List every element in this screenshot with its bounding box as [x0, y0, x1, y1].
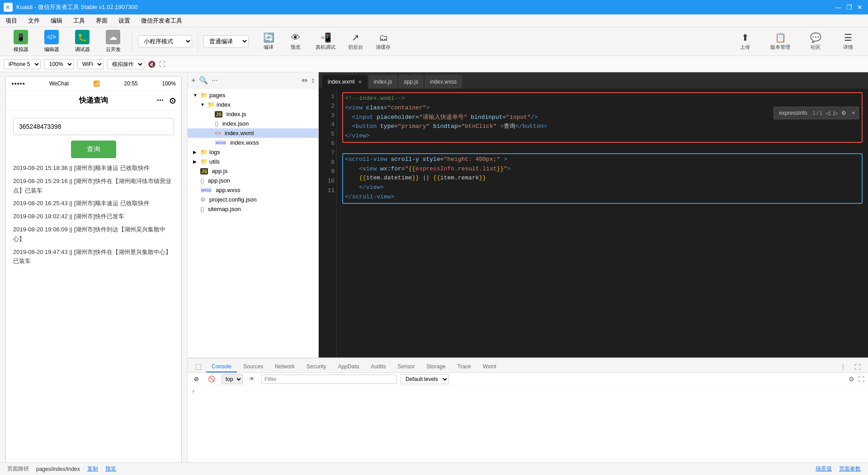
search-settings-icon[interactable]: ⚙ [841, 110, 846, 116]
tree-app-wxss[interactable]: wxss app.wxss [188, 185, 318, 195]
community-btn[interactable]: 💬 社区 [803, 30, 828, 52]
phone-tracking-input[interactable] [13, 118, 174, 135]
search-next-icon[interactable]: ▷ [834, 110, 838, 116]
search-close-icon[interactable]: × [852, 110, 855, 116]
result-item-4: 2019-08-20 19:06:09 || [湖州市]快件到达【湖州吴兴集散中… [13, 225, 174, 244]
code-line-8: <view wx:for="{{expressInfo.result.list}… [345, 165, 860, 174]
tab-index-wxml[interactable]: index.wxml × [322, 75, 368, 89]
devtools-expand-icon[interactable]: ⛶ [851, 362, 864, 372]
tree-index-folder[interactable]: ▼ 📁 index [188, 100, 318, 109]
tab-audits[interactable]: Audits [365, 362, 391, 372]
code-line-9: {{item.datetime}} || {{item.remark}} [345, 174, 860, 183]
cloud-btn[interactable]: ☁ 云开发 [99, 28, 127, 55]
compile-btn[interactable]: 🔄 编译 [256, 30, 281, 52]
clearstorage-btn[interactable]: 🗂 清缓存 [370, 31, 396, 52]
collapse-icon[interactable]: ↕ [311, 76, 315, 85]
tree-index-json[interactable]: {} index.json [188, 119, 318, 128]
menu-project[interactable]: 项目 [4, 16, 19, 26]
tab-wxml[interactable]: Wxml [477, 362, 502, 372]
device-select[interactable]: iPhone 5 [4, 59, 41, 69]
minimize-btn[interactable]: — [834, 3, 843, 12]
mode-select[interactable]: 小程序模式 [138, 35, 192, 47]
tree-app-js[interactable]: JS app.js [188, 166, 318, 176]
tab-appdata[interactable]: AppData [332, 362, 364, 372]
console-settings-icon[interactable]: ⚙ [849, 376, 854, 383]
version-btn[interactable]: 📋 版本管理 [765, 30, 796, 52]
tab-security[interactable]: Security [319, 362, 331, 372]
tree-index-wxss[interactable]: wxss index.wxss [188, 138, 318, 147]
editor-search-bar: expressInfo 1 / 1 ◁ ▷ ⚙ × [774, 107, 859, 119]
title-left: K Kuaidi - 微信开发者工具 Stable v1.02.1907300 [4, 3, 138, 12]
upload-btn[interactable]: ⬆ 上传 [732, 30, 758, 52]
more-icon[interactable]: ··· [157, 96, 164, 106]
phone-query-button[interactable]: 查询 [71, 141, 116, 158]
details-btn[interactable]: ☰ 详情 [835, 30, 861, 52]
mute-icon[interactable]: 🔇 [148, 61, 156, 68]
status-params-label[interactable]: 页面参数 [839, 465, 861, 473]
devtools-more-icon[interactable]: ⋮ [836, 362, 850, 372]
app-logo: K [4, 3, 13, 12]
search-files-icon[interactable]: 🔍 [199, 76, 208, 85]
tab-storage[interactable]: Storage [421, 362, 451, 372]
tab-sensor[interactable]: Sensor [392, 362, 420, 372]
tree-logs-folder[interactable]: ▶ 📁 logs [188, 147, 318, 157]
fullscreen-icon[interactable]: ⛶ [159, 61, 165, 68]
search-term-display[interactable]: expressInfo [778, 109, 809, 117]
menu-file[interactable]: 文件 [26, 16, 42, 26]
editor-btn[interactable]: </> 编辑器 [38, 28, 65, 55]
tab-index-wxss[interactable]: index.wxss [425, 75, 462, 89]
tree-utils-folder[interactable]: ▶ 📁 utils [188, 157, 318, 166]
console-dock-icon[interactable]: ⛶ [858, 376, 864, 383]
tab-trace[interactable]: Trace [452, 362, 476, 372]
menu-wechat-devtools[interactable]: 微信开发者工具 [139, 16, 184, 26]
network-select[interactable]: WiFi [77, 59, 104, 69]
realtest-btn[interactable]: 📲 真机调试 [310, 30, 341, 52]
code-line-1: <!--index.wxml--> [345, 94, 860, 103]
status-preview-btn[interactable]: 预览 [105, 465, 116, 473]
camera-icon[interactable]: ⊙ [169, 96, 176, 106]
more-options-icon[interactable]: ··· [212, 76, 217, 85]
preview-btn[interactable]: 👁 预览 [283, 31, 308, 52]
tree-index-wxml[interactable]: <> index.wxml [188, 128, 318, 138]
tree-sitemap-json[interactable]: {} sitemap.json [188, 204, 318, 214]
status-copy-btn[interactable]: 复制 [87, 465, 98, 473]
menu-edit[interactable]: 编辑 [49, 16, 64, 26]
compile-type-select[interactable]: 普通编译 [203, 35, 249, 47]
maximize-btn[interactable]: ❐ [844, 3, 854, 12]
toolbar-right: ⬆ 上传 📋 版本管理 💬 社区 ☰ 详情 [732, 30, 861, 52]
tab-app-js[interactable]: app.js [398, 75, 424, 89]
console-filter-input[interactable] [319, 375, 397, 384]
app-wxss-name: app.wxss [216, 187, 240, 193]
pages-folder-name: pages [209, 92, 225, 99]
tree-pages-folder[interactable]: ▼ 📁 pages [188, 90, 318, 100]
title-text: Kuaidi - 微信开发者工具 Stable v1.02.1907300 [16, 3, 138, 11]
close-btn[interactable]: ✕ [855, 3, 864, 12]
details-icon: ☰ [844, 32, 852, 43]
operation-select[interactable]: 模拟操作 [107, 59, 144, 69]
toolbar-separator-2 [198, 31, 198, 52]
menu-settings[interactable]: 设置 [117, 16, 132, 26]
layout-icon[interactable]: ⇔ [302, 76, 307, 85]
simulator-btn[interactable]: 📱 模拟器 [7, 28, 34, 55]
scale-select[interactable]: 100% [44, 59, 74, 69]
tab-index-wxml-close[interactable]: × [358, 78, 362, 85]
phone-wifi: 📶 [93, 80, 100, 87]
tree-project-config[interactable]: ⚙ project.config.json [188, 195, 318, 204]
new-file-icon[interactable]: + [191, 76, 195, 85]
menu-interface[interactable]: 界面 [94, 16, 109, 26]
menu-tools[interactable]: 工具 [71, 16, 87, 26]
status-scene-label[interactable]: 场景值 [816, 465, 832, 473]
tree-index-js[interactable]: JS index.js [188, 109, 318, 119]
upload-icon: ⬆ [741, 32, 749, 43]
console-levels-select[interactable]: Default levels [401, 374, 449, 384]
tree-app-json[interactable]: {} app.json [188, 176, 318, 185]
debugger-btn[interactable]: 🐛 调试器 [69, 28, 96, 55]
index-arrow: ▼ [200, 102, 206, 107]
tab-index-js[interactable]: index.js [368, 75, 398, 89]
search-prev-icon[interactable]: ◁ [826, 110, 830, 116]
editor-icon: </> [44, 30, 59, 44]
code-line-6 [342, 144, 863, 153]
community-icon: 💬 [810, 32, 821, 43]
realtest-icon: 📲 [320, 32, 331, 43]
backend-btn[interactable]: ↗ 切后台 [343, 30, 368, 52]
